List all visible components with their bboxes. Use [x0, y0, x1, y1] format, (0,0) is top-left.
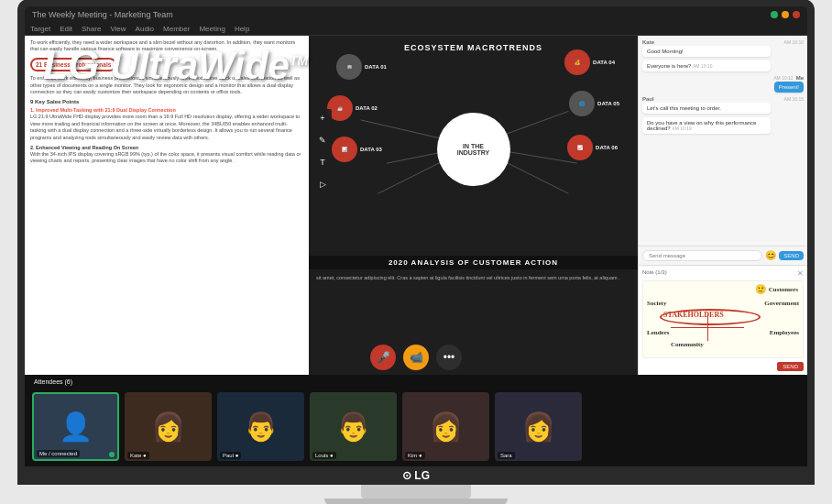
bubble-kate-1: Good Morning! — [642, 46, 771, 57]
data-node-02: ☕ DATA 02 — [327, 95, 378, 121]
attendee-name-kim: Kim ● — [405, 452, 425, 459]
attendee-name-me: Me / connected — [37, 450, 80, 457]
attendee-status-me — [109, 452, 115, 457]
sidebar-btn-3[interactable]: T — [313, 153, 332, 171]
sidebar-btn-1[interactable]: + — [313, 109, 332, 127]
minimize-dot[interactable] — [771, 11, 778, 18]
note-canvas[interactable]: Customers Society Government STAKEHOLDER… — [642, 280, 804, 358]
data-node-06: 📈 DATA 06 — [567, 135, 618, 160]
content-text: sit amet, consectetur adipiscing elit. C… — [309, 269, 638, 375]
menu-audio[interactable]: Audio — [136, 25, 154, 33]
center-panel: ECOSYSTEM MACROTRENDS — [309, 36, 638, 375]
note-lenders: Lenders — [647, 329, 670, 336]
note-employees: Employees — [770, 329, 799, 336]
bubble-paul-2: Do you have a view on why this performan… — [642, 117, 771, 134]
viewing-desc: With the 34-inch IPS display covering sR… — [30, 151, 303, 165]
data-dot-06: 📈 — [567, 135, 593, 160]
note-header: Note (1/3) ✕ — [642, 269, 804, 278]
bubble-paul-1: Let's call this meeting to order. — [642, 103, 771, 114]
attendee-kim: 👩 Kim ● — [402, 392, 489, 461]
center-circle-text: IN THEINDUSTRY — [457, 143, 490, 156]
note-panel: Note (1/3) ✕ Customers Society Governmen… — [639, 265, 807, 375]
sender-me: Me — [796, 75, 804, 81]
side-toolbar: + ✎ T ▷ — [313, 109, 332, 193]
highlight-professionals: 21 Business Professionals — [30, 58, 116, 71]
monitor-base — [324, 499, 508, 505]
attendee-sara: 👩 Sara — [495, 392, 582, 461]
note-close-button[interactable]: ✕ — [797, 269, 804, 278]
bubble-present: Present! — [774, 82, 804, 93]
data-node-04: 💰 DATA 04 — [564, 49, 615, 75]
lg-logo: ⊙ LG — [402, 469, 430, 482]
data-dot-03: 📊 — [332, 137, 357, 162]
title-bar-text: The Weekly Meeting - Marketing Team — [32, 10, 173, 19]
sidebar-btn-4[interactable]: ▷ — [313, 175, 332, 193]
menu-share[interactable]: Share — [82, 25, 101, 33]
chat-messages: Kate AM 10:10 Good Morning! Everyone is … — [639, 36, 807, 246]
attendees-bar: Attendees (6) 👤 Me / connected 👩 Kate ● … — [25, 375, 807, 466]
bubble-kate-2: Everyone is here? AM 10:10 — [642, 60, 771, 71]
note-smiley: 🙂 — [755, 284, 766, 294]
attendee-name-paul: Paul ● — [220, 452, 241, 459]
note-government: Government — [764, 300, 799, 307]
note-community: Community — [671, 341, 704, 348]
video-button[interactable]: 📹 — [403, 345, 429, 370]
lg-logo-bar: ⊙ LG — [402, 466, 430, 485]
close-dot[interactable] — [793, 11, 800, 18]
note-send-button[interactable]: SEND — [777, 362, 804, 371]
infographic: ECOSYSTEM MACROTRENDS — [309, 36, 638, 257]
mute-button[interactable]: 🎤 — [370, 345, 396, 370]
menu-help[interactable]: Help — [235, 25, 249, 33]
content-body: sit amet, consectetur adipiscing elit. C… — [316, 275, 620, 280]
menu-meeting[interactable]: Meeting — [199, 25, 224, 33]
note-line-v — [707, 313, 708, 341]
title-bar: The Weekly Meeting - Marketing Team — [25, 6, 807, 23]
analysis-title: 2020 ANALYSIS OF CUSTOMER ACTION — [389, 258, 558, 267]
intro-text: To work efficiently, they need a wider w… — [30, 39, 303, 53]
data-node-05: 🌐 DATA 05 — [569, 91, 619, 116]
left-document-panel: To work efficiently, they need a wider w… — [25, 36, 309, 375]
menu-view[interactable]: View — [110, 25, 126, 33]
attendees-label: Attendees (6) — [34, 378, 72, 385]
menu-target[interactable]: Target — [30, 25, 50, 33]
subheading-multitasking: 1. Improved Multi-Tasking with 21:9 Dual… — [30, 107, 303, 113]
note-customers: Customers — [769, 286, 798, 293]
screen-content: LG UltraWideTM To work efficiently, they… — [25, 36, 807, 466]
maximize-dot[interactable] — [782, 11, 789, 18]
call-controls: 🎤 📹 ••• — [370, 345, 462, 370]
chat-msg-kate-2: Everyone is here? AM 10:10 — [642, 60, 804, 71]
monitor-stand — [361, 485, 471, 499]
title-bar-controls — [771, 11, 800, 18]
heading-professionals: 21 Business Professionals — [36, 61, 111, 68]
right-chat-panel: Kate AM 10:10 Good Morning! Everyone is … — [638, 36, 807, 375]
chat-input-area: 😊 SEND — [639, 246, 807, 265]
monitor-outer: The Weekly Meeting - Marketing Team Targ… — [17, 0, 815, 485]
menu-member[interactable]: Member — [163, 25, 190, 33]
attendee-name-kate: Kate ● — [127, 452, 149, 459]
body-professionals: To enhance work efficiency, business pro… — [30, 75, 303, 96]
subheading-viewing: 2. Enhanced Viewing and Reading On Scree… — [30, 145, 303, 150]
chat-msg-me-1: AM 10:12 Me Present! — [642, 75, 804, 93]
sender-kate: Kate — [642, 39, 654, 45]
chat-input-field[interactable] — [642, 250, 762, 261]
analysis-bar: 2020 ANALYSIS OF CUSTOMER ACTION — [309, 256, 638, 269]
more-options-button[interactable]: ••• — [436, 345, 462, 370]
main-panels: To work efficiently, they need a wider w… — [25, 36, 807, 375]
attendee-name-sara: Sara — [498, 452, 515, 459]
note-stakeholders: STAKEHOLDERS — [663, 311, 724, 319]
data-dot-01: 🏢 — [336, 54, 362, 80]
chat-msg-paul-1: Paul AM 10:15 Let's call this meeting to… — [642, 96, 804, 114]
multitasking-desc: LG 21:9 UltraWide FHD display provides m… — [30, 114, 303, 142]
attendee-name-louis: Louis ● — [312, 452, 336, 459]
chat-send-button[interactable]: SEND — [779, 251, 804, 260]
emoji-icon[interactable]: 😊 — [765, 250, 776, 260]
center-circle: IN THEINDUSTRY — [437, 113, 510, 186]
note-title: Note (1/3) — [642, 269, 667, 278]
data-dot-05: 🌐 — [569, 91, 595, 116]
monitor-wrapper: The Weekly Meeting - Marketing Team Targ… — [17, 0, 815, 504]
menu-edit[interactable]: Edit — [60, 25, 72, 33]
attendee-louis: 👨 Louis ● — [310, 392, 397, 461]
target-section: To work efficiently, they need a wider w… — [30, 39, 303, 53]
attendee-me: 👤 Me / connected — [32, 392, 119, 461]
sidebar-btn-2[interactable]: ✎ — [313, 131, 332, 149]
